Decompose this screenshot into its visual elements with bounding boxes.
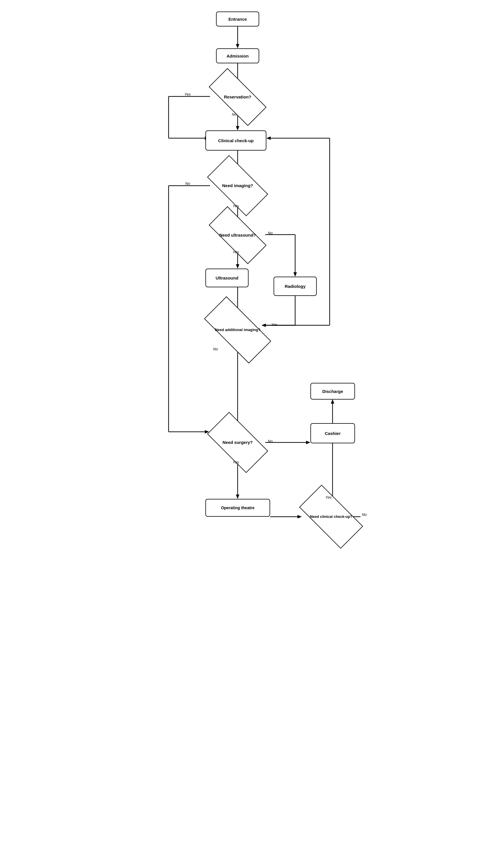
reservation-diamond: Reservation? — [210, 84, 265, 110]
svg-marker-40 — [298, 515, 302, 519]
need-imaging-diamond: Need imaging? — [210, 170, 265, 201]
reservation-no-label: No — [232, 112, 237, 117]
clinical-checkup-node: Clinical check-up — [205, 130, 266, 151]
svg-marker-38 — [236, 494, 239, 499]
need-clinical2-diamond: Need clinical check-up? — [302, 501, 360, 532]
svg-marker-32 — [266, 137, 271, 140]
need-surgery-diamond: Need surgery? — [210, 427, 265, 458]
imaging-yes-label: Yes — [233, 204, 239, 208]
svg-marker-19 — [236, 264, 239, 268]
cashier-node: Cashier — [310, 423, 355, 443]
arrows-svg — [143, 6, 361, 812]
radiology-node: Radiology — [274, 277, 317, 296]
imaging-no-label: No — [185, 181, 190, 186]
svg-marker-1 — [236, 44, 239, 48]
additional-yes-label: Yes — [271, 322, 277, 327]
need-additional-diamond: Need additional imaging? — [206, 314, 269, 346]
entrance-node: Entrance — [216, 12, 259, 27]
discharge-node: Discharge — [310, 383, 355, 400]
clinical2-yes-label: Yes — [325, 495, 332, 499]
surgery-no-label: No — [268, 439, 273, 443]
ultrasound-node: Ultrasound — [205, 268, 249, 287]
ultrasound-no-label: No — [268, 231, 273, 235]
additional-no-label: No — [213, 347, 218, 351]
svg-marker-22 — [293, 272, 297, 277]
clinical2-no-label: No — [362, 512, 367, 517]
operating-theatre-node: Operating theatre — [205, 499, 270, 517]
svg-marker-5 — [236, 126, 239, 130]
reservation-yes-label: Yes — [184, 92, 191, 97]
ultrasound-yes-label: Yes — [233, 250, 239, 254]
need-ultrasound-diamond: Need ultrasound? — [210, 222, 265, 248]
surgery-yes-label: Yes — [233, 460, 239, 464]
svg-marker-36 — [306, 441, 310, 444]
admission-node: Admission — [216, 48, 259, 63]
svg-marker-45 — [331, 399, 334, 404]
flowchart: Entrance Admission Reservation? Yes No C… — [143, 6, 361, 812]
